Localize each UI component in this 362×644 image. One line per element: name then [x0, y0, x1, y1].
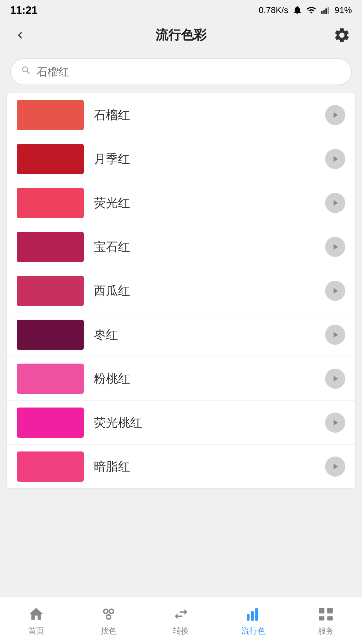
- network-speed: 0.78K/s: [259, 5, 288, 15]
- svg-rect-13: [327, 616, 333, 621]
- search-container: [0, 50, 362, 93]
- color-swatch: [17, 276, 84, 306]
- page-title: 流行色彩: [156, 26, 206, 44]
- svg-rect-3: [327, 7, 329, 14]
- bottom-nav: 首页 找色 转换 流行色 服务: [0, 597, 362, 644]
- list-item[interactable]: 暗脂红: [7, 445, 355, 488]
- chevron-right-button[interactable]: [325, 105, 345, 125]
- convert-nav-icon: [172, 605, 190, 623]
- trend-color-nav-label: 流行色: [241, 626, 265, 636]
- list-item[interactable]: 荧光桃红: [7, 401, 355, 445]
- list-item[interactable]: 西瓜红: [7, 269, 355, 313]
- color-swatch: [17, 232, 84, 262]
- list-item[interactable]: 粉桃红: [7, 357, 355, 401]
- svg-point-4: [104, 609, 108, 613]
- service-nav-icon: [317, 605, 335, 623]
- chevron-right-button[interactable]: [325, 457, 345, 477]
- back-button[interactable]: [10, 25, 30, 45]
- svg-rect-12: [319, 616, 324, 621]
- color-swatch: [17, 364, 84, 394]
- svg-rect-7: [247, 614, 249, 621]
- nav-item-convert[interactable]: 转换: [145, 605, 217, 636]
- color-swatch: [17, 144, 84, 174]
- search-icon: [21, 65, 32, 78]
- chevron-right-button[interactable]: [325, 413, 345, 433]
- chevron-right-button[interactable]: [325, 149, 345, 169]
- svg-point-6: [107, 615, 111, 619]
- convert-nav-label: 转换: [173, 626, 189, 636]
- color-name: 荧光红: [94, 195, 325, 211]
- color-name: 宝石红: [94, 239, 325, 255]
- home-nav-label: 首页: [28, 626, 44, 636]
- color-name: 粉桃红: [94, 371, 325, 387]
- signal-icon: [320, 5, 330, 15]
- color-swatch: [17, 408, 84, 438]
- color-name: 月季红: [94, 151, 325, 167]
- svg-rect-9: [255, 608, 257, 620]
- list-item[interactable]: 月季红: [7, 137, 355, 181]
- find-color-nav-label: 找色: [101, 626, 117, 636]
- find-color-nav-icon: [100, 605, 117, 623]
- color-list: 石榴红 月季红 荧光红 宝石红 西瓜红: [7, 93, 355, 488]
- search-input[interactable]: [37, 66, 341, 78]
- svg-rect-10: [319, 608, 324, 613]
- alarm-icon: [292, 5, 302, 15]
- color-swatch: [17, 451, 84, 482]
- nav-item-trend-color[interactable]: 流行色: [217, 605, 290, 636]
- chevron-right-button[interactable]: [325, 325, 345, 345]
- home-nav-icon: [27, 605, 45, 623]
- wifi-icon: [306, 5, 316, 15]
- nav-item-home[interactable]: 首页: [0, 605, 72, 636]
- svg-point-5: [109, 609, 114, 613]
- status-time: 11:21: [10, 4, 38, 16]
- svg-rect-11: [327, 608, 333, 613]
- gear-icon: [333, 26, 351, 44]
- chevron-right-button[interactable]: [325, 369, 345, 389]
- status-right: 0.78K/s 91%: [259, 5, 352, 15]
- service-nav-label: 服务: [318, 626, 334, 636]
- color-name: 荧光桃红: [94, 415, 325, 431]
- svg-rect-1: [323, 10, 325, 14]
- color-swatch: [17, 188, 84, 218]
- list-item[interactable]: 石榴红: [7, 93, 355, 137]
- nav-item-find-color[interactable]: 找色: [72, 605, 145, 636]
- nav-item-service[interactable]: 服务: [290, 605, 362, 636]
- trend-color-nav-icon: [245, 605, 262, 623]
- color-name: 西瓜红: [94, 283, 325, 299]
- svg-rect-8: [251, 611, 253, 620]
- list-item[interactable]: 枣红: [7, 313, 355, 357]
- list-item[interactable]: 宝石红: [7, 225, 355, 269]
- color-swatch: [17, 100, 84, 130]
- chevron-right-button[interactable]: [325, 193, 345, 213]
- svg-rect-0: [321, 11, 322, 14]
- app-header: 流行色彩: [0, 20, 362, 50]
- search-box[interactable]: [10, 58, 352, 85]
- color-swatch: [17, 320, 84, 350]
- color-name: 枣红: [94, 327, 325, 343]
- chevron-right-button[interactable]: [325, 281, 345, 301]
- color-name: 暗脂红: [94, 459, 325, 475]
- chevron-right-button[interactable]: [325, 237, 345, 257]
- color-name: 石榴红: [94, 107, 325, 123]
- status-bar: 11:21 0.78K/s 91%: [0, 0, 362, 20]
- list-item[interactable]: 荧光红: [7, 181, 355, 225]
- battery-level: 91%: [335, 5, 352, 15]
- settings-button[interactable]: [332, 25, 352, 45]
- svg-rect-2: [325, 8, 327, 14]
